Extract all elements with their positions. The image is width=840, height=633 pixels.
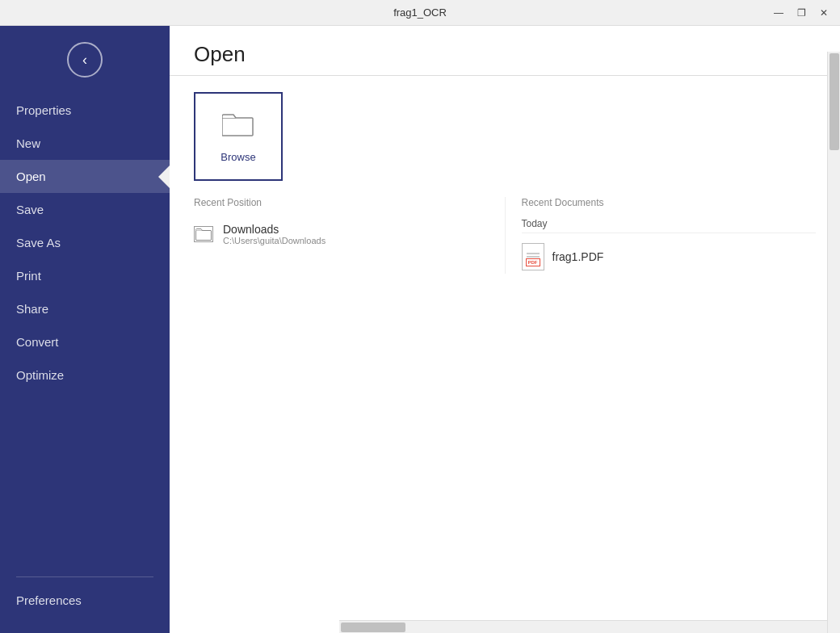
sidebar: ‹ Properties New Open Save Save As [0,26,170,633]
back-icon: ‹ [82,52,87,69]
restore-button[interactable]: ❐ [792,5,811,21]
sidebar-item-print[interactable]: Print [0,259,170,292]
today-label: Today [522,218,817,233]
content-body: Browse Recent Position [170,76,840,633]
vertical-scrollbar[interactable] [827,52,840,633]
title-bar: frag1_OCR — ❐ ✕ [0,0,840,26]
sidebar-item-label: Save As [16,236,61,249]
sidebar-item-label: Print [16,269,41,283]
sidebar-item-label: Convert [16,335,59,349]
window-controls: — ❐ ✕ [769,5,834,21]
recent-documents-label: Recent Documents [522,197,817,208]
sidebar-item-label: Optimize [16,368,64,382]
sidebar-divider [16,576,153,577]
sidebar-item-save-as[interactable]: Save As [0,226,170,259]
content-header: Open [170,26,840,76]
browse-card[interactable]: Browse [194,92,283,181]
recent-item-name: Downloads [223,223,326,236]
sidebar-item-label: Properties [16,103,71,117]
recent-position-column: Recent Position Downloads C:\Users\gui [194,197,505,274]
scrollbar-thumb[interactable] [830,53,839,150]
minimize-button[interactable]: — [769,5,788,21]
content-area: Open Browse [170,26,840,633]
svg-rect-1 [196,231,212,241]
recent-item-info: Downloads C:\Users\guita\Downloads [223,223,326,245]
two-col-section: Recent Position Downloads C:\Users\gui [194,197,816,274]
folder-icon-small [194,226,213,242]
app-window: frag1_OCR — ❐ ✕ ‹ Properties New Open [0,0,840,633]
sidebar-item-preferences[interactable]: Preferences [0,584,170,617]
sidebar-item-new[interactable]: New [0,127,170,160]
sidebar-item-label: New [16,136,40,150]
sidebar-item-open[interactable]: Open [0,160,170,193]
sidebar-nav: Properties New Open Save Save As Print [0,94,170,633]
doc-item[interactable]: frag1.PDF [522,240,817,274]
recent-documents-column: Recent Documents Today frag1.PDF [505,197,817,274]
horizontal-scrollbar-thumb[interactable] [341,623,405,632]
sidebar-item-convert[interactable]: Convert [0,325,170,358]
page-title: Open [194,42,816,67]
window-title: frag1_OCR [71,6,769,19]
horizontal-scrollbar[interactable] [339,620,827,633]
sidebar-item-properties[interactable]: Properties [0,94,170,127]
sidebar-item-share[interactable]: Share [0,292,170,325]
sidebar-item-label: Save [16,203,44,216]
sidebar-item-label: Share [16,302,48,316]
close-button[interactable]: ✕ [814,5,834,21]
back-button[interactable]: ‹ [67,42,103,78]
recent-position-label: Recent Position [194,197,489,208]
svg-rect-0 [222,118,253,136]
main-layout: ‹ Properties New Open Save Save As [0,26,840,633]
browse-label: Browse [220,151,255,163]
recent-item-path: C:\Users\guita\Downloads [223,236,326,245]
sidebar-item-save[interactable]: Save [0,193,170,226]
pdf-icon [522,243,544,270]
folder-icon-large [222,111,254,145]
sidebar-item-label: Preferences [16,593,82,607]
sidebar-item-optimize[interactable]: Optimize [0,358,170,392]
recent-position-item[interactable]: Downloads C:\Users\guita\Downloads [194,218,489,250]
doc-item-name: frag1.PDF [552,250,604,263]
sidebar-item-label: Open [16,170,46,183]
